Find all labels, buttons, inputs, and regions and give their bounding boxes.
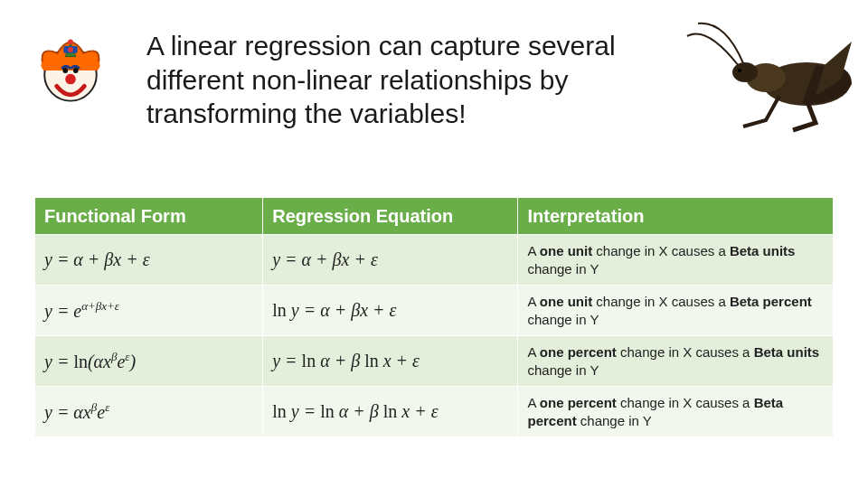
cell-functional-form: y = α + βx + ε: [35, 235, 263, 286]
svg-point-5: [62, 68, 68, 73]
cell-regression-equation: y = α + βx + ε: [263, 235, 518, 286]
slide-title: A linear regression can capture several …: [146, 29, 689, 131]
cell-interpretation: A one unit change in X causes a Beta uni…: [518, 235, 834, 286]
col-header-functional-form: Functional Form: [35, 198, 263, 235]
cell-interpretation: A one percent change in X causes a Beta …: [518, 387, 834, 437]
table-row: y = ln(αxβeε) y = ln α + β ln x + ε A on…: [35, 336, 834, 387]
cricket-icon: [680, 16, 861, 134]
cell-regression-equation: ln y = α + βx + ε: [263, 286, 518, 336]
cell-regression-equation: y = ln α + β ln x + ε: [263, 336, 518, 387]
svg-point-6: [73, 68, 79, 73]
svg-point-2: [90, 60, 100, 70]
table-row: y = eα+βx+ε ln y = α + βx + ε A one unit…: [35, 286, 834, 336]
slide: A linear regression can capture several …: [0, 0, 868, 488]
cell-interpretation: A one unit change in X causes a Beta per…: [518, 286, 834, 336]
col-header-regression-equation: Regression Equation: [263, 198, 518, 235]
table-row: y = α + βx + ε y = α + βx + ε A one unit…: [35, 235, 834, 286]
svg-point-9: [68, 47, 73, 52]
table-row: y = αxβeε ln y = ln α + β ln x + ε A one…: [35, 387, 834, 437]
svg-point-4: [68, 39, 73, 44]
clown-icon: [27, 27, 114, 114]
cell-functional-form: y = eα+βx+ε: [35, 286, 263, 336]
table-header-row: Functional Form Regression Equation Inte…: [35, 198, 834, 235]
svg-point-13: [738, 69, 741, 72]
cell-regression-equation: ln y = ln α + β ln x + ε: [263, 387, 518, 437]
cell-functional-form: y = αxβeε: [35, 387, 263, 437]
col-header-interpretation: Interpretation: [518, 198, 834, 235]
svg-point-1: [41, 60, 52, 70]
cell-interpretation: A one percent change in X causes a Beta …: [518, 336, 834, 387]
svg-point-12: [732, 62, 758, 82]
svg-point-7: [65, 74, 76, 85]
transformations-table: Functional Form Regression Equation Inte…: [34, 197, 834, 437]
cell-functional-form: y = ln(αxβeε): [35, 336, 263, 387]
